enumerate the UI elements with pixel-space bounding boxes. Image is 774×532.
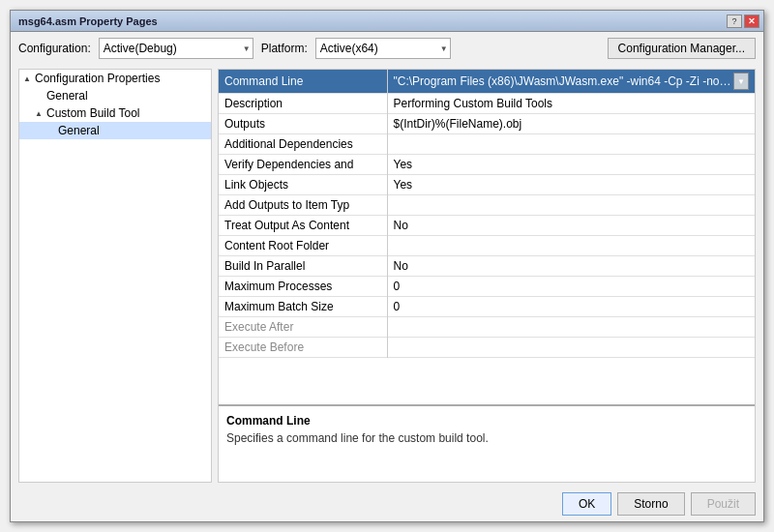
prop-value-command-line[interactable]: "C:\Program Files (x86)\JWasm\JWasm.exe"… — [387, 70, 755, 94]
prop-row-verify-deps[interactable]: Verify Dependencies andYes — [219, 155, 755, 175]
prop-name-execute-before: Execute Before — [219, 338, 387, 358]
prop-name-description: Description — [219, 94, 387, 114]
tree-item-config-props[interactable]: ▲Configuration Properties — [19, 70, 211, 87]
property-pages-window: msg64.asm Property Pages ? ✕ Configurati… — [10, 10, 764, 522]
prop-row-treat-output[interactable]: Treat Output As ContentNo — [219, 216, 755, 236]
prop-row-content-root[interactable]: Content Root Folder — [219, 236, 755, 256]
tree-panel: ▲Configuration PropertiesGeneral▲Custom … — [18, 69, 212, 483]
desc-text: Specifies a command line for the custom … — [226, 431, 747, 445]
prop-value-execute-before — [387, 338, 755, 358]
cancel-button[interactable]: Storno — [617, 492, 684, 516]
prop-value-max-batch: 0 — [387, 297, 755, 317]
prop-value-treat-output: No — [387, 216, 755, 236]
prop-value-link-objects: Yes — [387, 175, 755, 195]
prop-name-command-line: Command Line — [219, 70, 387, 94]
prop-row-max-batch[interactable]: Maximum Batch Size0 — [219, 297, 755, 317]
tree-item-general[interactable]: General — [19, 87, 211, 104]
prop-row-additional-deps[interactable]: Additional Dependencies — [219, 134, 755, 155]
platform-combo[interactable]: Active(x64) ▼ — [315, 38, 451, 59]
prop-value-additional-deps — [387, 134, 755, 155]
configuration-combo[interactable]: Active(Debug) ▼ — [99, 38, 253, 59]
tree-label-general-sub: General — [58, 124, 100, 137]
prop-dropdown-btn-command-line[interactable]: ▼ — [733, 73, 749, 90]
platform-combo-arrow: ▼ — [440, 44, 448, 53]
prop-row-description[interactable]: DescriptionPerforming Custom Build Tools — [219, 94, 755, 114]
prop-name-add-outputs: Add Outputs to Item Typ — [219, 195, 387, 216]
close-button[interactable]: ✕ — [744, 15, 759, 28]
prop-table: Command Line"C:\Program Files (x86)\JWas… — [219, 70, 755, 358]
help-button[interactable]: ? — [727, 15, 742, 28]
config-manager-button[interactable]: Configuration Manager... — [608, 38, 756, 59]
prop-value-content-root — [387, 236, 755, 256]
prop-row-command-line[interactable]: Command Line"C:\Program Files (x86)\JWas… — [219, 70, 755, 94]
prop-name-max-batch: Maximum Batch Size — [219, 297, 387, 317]
tree-label-general: General — [46, 89, 88, 103]
prop-value-max-processes: 0 — [387, 277, 755, 297]
prop-value-execute-after — [387, 317, 755, 338]
config-value: Active(Debug) — [104, 42, 191, 55]
prop-value-description: Performing Custom Build Tools — [387, 94, 755, 114]
tree-item-general-sub[interactable]: General — [19, 122, 211, 139]
prop-row-execute-before[interactable]: Execute Before — [219, 338, 755, 358]
tree-arrow-custom-build-tool: ▲ — [35, 109, 45, 118]
prop-name-link-objects: Link Objects — [219, 175, 387, 195]
tree-label-config-props: Configuration Properties — [35, 72, 160, 85]
prop-name-max-processes: Maximum Processes — [219, 277, 387, 297]
prop-row-link-objects[interactable]: Link ObjectsYes — [219, 175, 755, 195]
prop-value-verify-deps: Yes — [387, 155, 755, 175]
toolbar: Configuration: Active(Debug) ▼ Platform:… — [11, 32, 763, 65]
prop-row-add-outputs[interactable]: Add Outputs to Item Typ — [219, 195, 755, 216]
ok-button[interactable]: OK — [562, 492, 611, 516]
prop-value-outputs: $(IntDir)%(FileName).obj — [387, 114, 755, 134]
platform-label: Platform: — [261, 42, 308, 55]
prop-row-execute-after[interactable]: Execute After — [219, 317, 755, 338]
prop-value-text-command-line: "C:\Program Files (x86)\JWasm\JWasm.exe"… — [394, 74, 734, 88]
tree-item-custom-build-tool[interactable]: ▲Custom Build Tool — [19, 104, 211, 122]
prop-row-build-parallel[interactable]: Build In ParallelNo — [219, 256, 755, 277]
bottom-buttons: OK Storno Použit — [11, 487, 763, 521]
properties-panel: Command Line"C:\Program Files (x86)\JWas… — [218, 69, 756, 483]
prop-row-outputs[interactable]: Outputs$(IntDir)%(FileName).obj — [219, 114, 755, 134]
prop-name-execute-after: Execute After — [219, 317, 387, 338]
window-title: msg64.asm Property Pages — [15, 15, 158, 27]
prop-name-outputs: Outputs — [219, 114, 387, 134]
prop-name-verify-deps: Verify Dependencies and — [219, 155, 387, 175]
prop-name-treat-output: Treat Output As Content — [219, 216, 387, 236]
config-label: Configuration: — [18, 42, 91, 55]
prop-name-build-parallel: Build In Parallel — [219, 256, 387, 277]
prop-value-add-outputs — [387, 195, 755, 216]
tree-label-custom-build-tool: Custom Build Tool — [46, 106, 140, 120]
desc-title: Command Line — [226, 414, 747, 428]
tree-arrow-config-props: ▲ — [23, 74, 33, 83]
prop-value-build-parallel: No — [387, 256, 755, 277]
apply-button[interactable]: Použit — [691, 492, 756, 516]
prop-name-additional-deps: Additional Dependencies — [219, 134, 387, 155]
description-panel: Command Line Specifies a command line fo… — [219, 404, 755, 482]
title-bar: msg64.asm Property Pages ? ✕ — [11, 11, 763, 32]
prop-row-max-processes[interactable]: Maximum Processes0 — [219, 277, 755, 297]
main-content: ▲Configuration PropertiesGeneral▲Custom … — [11, 65, 763, 487]
config-combo-arrow: ▼ — [243, 44, 251, 53]
properties-area: Command Line"C:\Program Files (x86)\JWas… — [219, 70, 755, 404]
platform-value: Active(x64) — [320, 42, 392, 55]
prop-value-wrapper-command-line: "C:\Program Files (x86)\JWasm\JWasm.exe"… — [394, 73, 750, 90]
title-bar-buttons: ? ✕ — [727, 15, 759, 28]
prop-name-content-root: Content Root Folder — [219, 236, 387, 256]
